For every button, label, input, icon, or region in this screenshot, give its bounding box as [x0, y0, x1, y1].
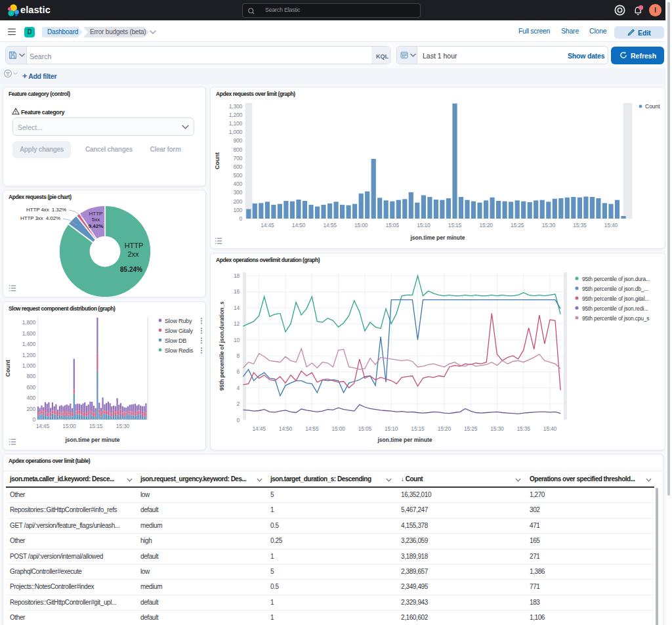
svg-text:15:05: 15:05: [358, 425, 372, 432]
svg-text:1,200: 1,200: [229, 112, 243, 118]
svg-text:1,300: 1,300: [229, 103, 243, 110]
svg-text:15:05: 15:05: [386, 222, 400, 228]
svg-text:95th percentile of json.gital.: 95th percentile of json.gital...: [582, 295, 649, 302]
svg-text:600: 600: [233, 163, 242, 170]
svg-text:Slow Redis: Slow Redis: [165, 347, 194, 354]
svg-text:500: 500: [233, 172, 242, 179]
svg-text:json.time per minute: json.time per minute: [64, 437, 119, 443]
svg-text:14:55: 14:55: [305, 425, 319, 432]
svg-text:5xx: 5xx: [92, 217, 100, 223]
svg-text:15:20: 15:20: [479, 222, 493, 228]
svg-text:15:15: 15:15: [411, 425, 425, 432]
svg-text:Count: Count: [214, 152, 220, 169]
svg-text:15:25: 15:25: [464, 425, 478, 432]
svg-text:14:50: 14:50: [292, 222, 306, 228]
svg-text:800: 800: [233, 146, 242, 153]
svg-text:10: 10: [234, 337, 240, 343]
svg-text:12: 12: [234, 320, 240, 327]
svg-text:200: 200: [26, 406, 35, 412]
svg-text:16: 16: [234, 288, 240, 295]
svg-text:2xx: 2xx: [127, 250, 139, 258]
svg-text:14:45: 14:45: [253, 425, 266, 432]
svg-text:json.time per minute: json.time per minute: [377, 437, 432, 443]
svg-text:100: 100: [233, 207, 242, 213]
svg-text:15:00: 15:00: [331, 425, 345, 432]
svg-text:95th percentile of json.db_...: 95th percentile of json.db_...: [582, 286, 648, 292]
svg-text:14:45: 14:45: [36, 423, 50, 429]
svg-text:HTTP: HTTP: [89, 211, 103, 217]
svg-text:300: 300: [233, 189, 242, 196]
svg-text:15:00: 15:00: [62, 423, 76, 429]
svg-text:95th percentile of json.cpu_s: 95th percentile of json.cpu_s: [582, 315, 649, 322]
svg-text:Count: Count: [645, 103, 660, 110]
svg-text:15:15: 15:15: [448, 222, 462, 228]
svg-text:Slow Ruby: Slow Ruby: [165, 318, 192, 324]
svg-text:200: 200: [233, 198, 242, 205]
svg-text:900: 900: [233, 137, 242, 144]
svg-text:15:30: 15:30: [490, 425, 504, 432]
svg-text:15:10: 15:10: [385, 425, 398, 432]
svg-text:400: 400: [26, 395, 35, 401]
svg-text:HTTP 3xx 4.02%: HTTP 3xx 4.02%: [20, 215, 60, 221]
svg-text:1,000: 1,000: [22, 362, 36, 369]
svg-text:0: 0: [236, 417, 240, 423]
svg-text:2: 2: [236, 400, 240, 407]
svg-text:json.time per minute: json.time per minute: [410, 234, 465, 241]
svg-text:Slow Gitaly: Slow Gitaly: [165, 328, 194, 334]
svg-text:15:20: 15:20: [438, 425, 452, 432]
svg-text:15:40: 15:40: [543, 425, 557, 432]
svg-text:4: 4: [236, 385, 240, 391]
svg-text:1,000: 1,000: [229, 129, 243, 135]
svg-text:HTTP 4xx 1.32%: HTTP 4xx 1.32%: [26, 207, 66, 213]
svg-text:18: 18: [234, 272, 240, 279]
svg-text:1,400: 1,400: [22, 341, 36, 347]
svg-text:1,200: 1,200: [22, 352, 36, 358]
svg-text:14:45: 14:45: [261, 222, 274, 228]
svg-text:95th percentile of json.redi..: 95th percentile of json.redi...: [582, 305, 648, 312]
svg-text:Slow DB: Slow DB: [165, 337, 186, 344]
svg-text:800: 800: [26, 373, 35, 379]
svg-text:15:15: 15:15: [89, 423, 103, 429]
svg-text:0: 0: [32, 416, 35, 423]
svg-text:9.42%: 9.42%: [89, 223, 104, 229]
svg-text:14:50: 14:50: [279, 425, 293, 432]
svg-text:15:35: 15:35: [517, 425, 531, 432]
svg-text:1,100: 1,100: [229, 120, 243, 127]
svg-text:15:30: 15:30: [542, 222, 556, 228]
svg-text:0: 0: [239, 215, 242, 222]
svg-text:6: 6: [236, 368, 240, 375]
svg-text:15:10: 15:10: [417, 222, 430, 228]
svg-text:15:30: 15:30: [116, 423, 130, 429]
svg-text:1,600: 1,600: [22, 330, 36, 337]
svg-text:Count: Count: [5, 360, 11, 377]
svg-text:15:35: 15:35: [573, 222, 587, 228]
svg-text:85.24%: 85.24%: [120, 266, 142, 273]
svg-text:400: 400: [233, 181, 242, 187]
svg-text:HTTP: HTTP: [125, 242, 144, 249]
svg-text:14: 14: [234, 305, 240, 311]
svg-text:95th percentile of json.durati: 95th percentile of json.duration_s: [219, 301, 225, 391]
svg-text:14:55: 14:55: [323, 222, 337, 228]
svg-text:15:00: 15:00: [354, 222, 368, 228]
svg-text:15:25: 15:25: [511, 222, 524, 228]
svg-text:95th percentile of json.dura..: 95th percentile of json.dura...: [582, 276, 650, 282]
svg-text:700: 700: [233, 155, 242, 162]
svg-text:1,800: 1,800: [22, 319, 36, 326]
svg-text:8: 8: [236, 353, 240, 359]
svg-text:15:40: 15:40: [604, 222, 618, 228]
svg-text:600: 600: [26, 384, 35, 391]
